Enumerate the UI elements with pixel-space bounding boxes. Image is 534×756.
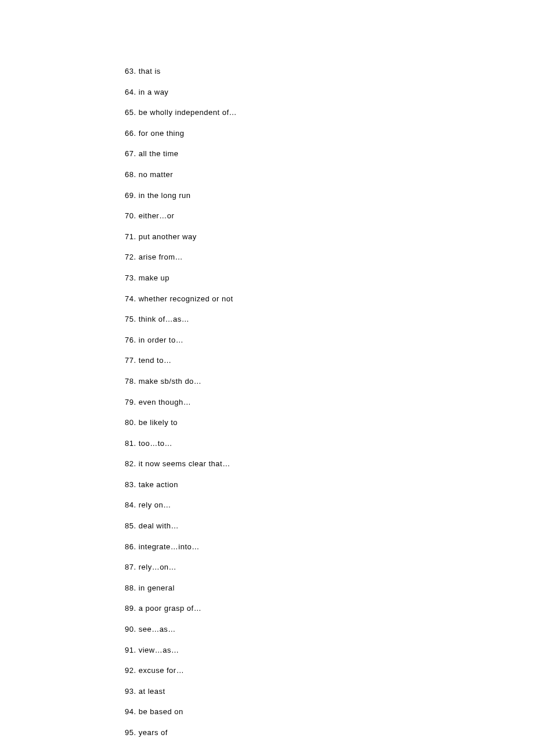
list-item: 86. integrate…into… bbox=[125, 542, 534, 552]
list-item: 87. rely…on… bbox=[125, 563, 534, 572]
list-item: 92. excuse for… bbox=[125, 666, 534, 675]
list-item: 75. think of…as… bbox=[125, 315, 534, 324]
page-content: 63. that is64. in a way65. be wholly ind… bbox=[0, 0, 534, 756]
list-item: 90. see…as… bbox=[125, 625, 534, 634]
list-item: 84. rely on… bbox=[125, 501, 534, 510]
list-item: 66. for one thing bbox=[125, 129, 534, 138]
list-item: 71. put another way bbox=[125, 232, 534, 242]
list-item: 82. it now seems clear that… bbox=[125, 459, 534, 469]
list-item: 73. make up bbox=[125, 273, 534, 283]
list-item: 69. in the long run bbox=[125, 191, 534, 200]
list-item: 93. at least bbox=[125, 687, 534, 696]
list-item: 85. deal with… bbox=[125, 521, 534, 531]
list-item: 95. years of bbox=[125, 728, 534, 737]
list-item: 83. take action bbox=[125, 480, 534, 489]
list-item: 76. in order to… bbox=[125, 336, 534, 345]
list-item: 64. in a way bbox=[125, 88, 534, 97]
list-item: 91. view…as… bbox=[125, 646, 534, 655]
list-item: 63. that is bbox=[125, 67, 534, 76]
list-item: 74. whether recognized or not bbox=[125, 294, 534, 304]
list-item: 81. too…to… bbox=[125, 439, 534, 448]
list-item: 70. either…or bbox=[125, 211, 534, 221]
list-item: 77. tend to… bbox=[125, 356, 534, 365]
list-item: 65. be wholly independent of… bbox=[125, 108, 534, 117]
list-item: 78. make sb/sth do… bbox=[125, 377, 534, 386]
list-item: 80. be likely to bbox=[125, 418, 534, 427]
list-item: 94. be based on bbox=[125, 707, 534, 717]
list-item: 72. arise from… bbox=[125, 253, 534, 262]
list-item: 89. a poor grasp of… bbox=[125, 604, 534, 613]
list-item: 79. even though… bbox=[125, 398, 534, 407]
list-item: 68. no matter bbox=[125, 170, 534, 179]
list-item: 67. all the time bbox=[125, 149, 534, 159]
numbered-list: 63. that is64. in a way65. be wholly ind… bbox=[125, 67, 534, 737]
list-item: 88. in general bbox=[125, 584, 534, 593]
